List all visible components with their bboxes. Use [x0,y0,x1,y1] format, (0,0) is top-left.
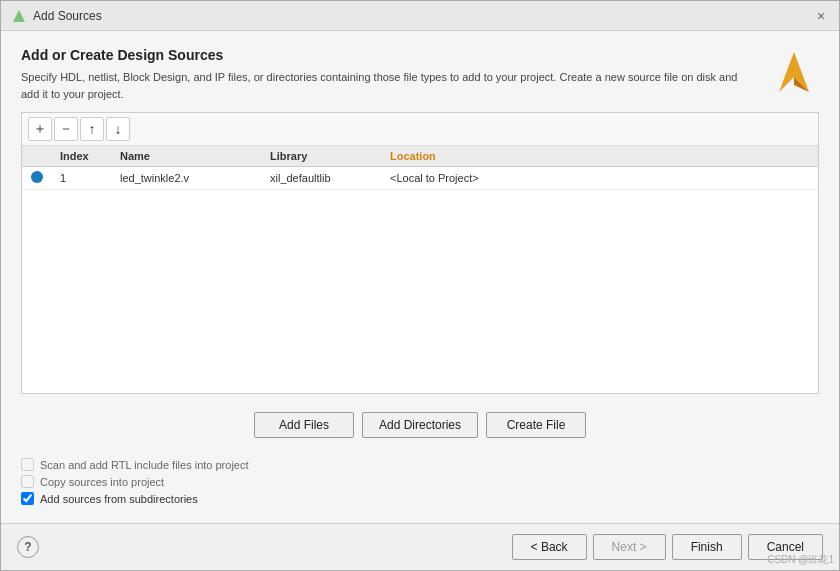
add-directories-label: Add Directories [379,418,461,432]
add-subdirs-checkbox[interactable] [21,492,34,505]
finish-label: Finish [691,540,723,554]
col-library: Library [262,146,382,167]
add-icon: ＋ [33,120,47,138]
back-button[interactable]: < Back [512,534,587,560]
close-button[interactable]: × [813,8,829,24]
move-up-button[interactable]: ↑ [80,117,104,141]
title-bar-left: Add Sources [11,8,102,24]
action-buttons-row: Add Files Add Directories Create File [21,404,819,446]
help-icon: ? [24,540,31,554]
file-table-container: Index Name Library Location 1led_twinkle… [22,146,818,393]
down-icon: ↓ [115,121,122,137]
add-files-button[interactable]: Add Files [254,412,354,438]
back-label: < Back [531,540,568,554]
header-section: Add or Create Design Sources Specify HDL… [21,47,819,102]
move-down-button[interactable]: ↓ [106,117,130,141]
svg-marker-1 [779,52,809,92]
cancel-label: Cancel [767,540,804,554]
up-icon: ↑ [89,121,96,137]
copy-sources-checkbox[interactable] [21,475,34,488]
scan-rtl-label: Scan and add RTL include files into proj… [40,459,249,471]
window-title: Add Sources [33,9,102,23]
create-file-label: Create File [507,418,566,432]
table-body: 1led_twinkle2.vxil_defaultlib<Local to P… [22,167,818,190]
row-indicator-cell [22,167,52,190]
row-indicator-dot [31,171,43,183]
dialog-title: Add or Create Design Sources [21,47,769,63]
next-button[interactable]: Next > [593,534,666,560]
table-toolbar: ＋ － ↑ ↓ [22,113,818,146]
col-indicator [22,146,52,167]
next-label: Next > [612,540,647,554]
app-icon [11,8,27,24]
table-row[interactable]: 1led_twinkle2.vxil_defaultlib<Local to P… [22,167,818,190]
table-header-row: Index Name Library Location [22,146,818,167]
remove-source-button[interactable]: － [54,117,78,141]
vivado-logo [769,47,819,97]
finish-button[interactable]: Finish [672,534,742,560]
dialog-description: Specify HDL, netlist, Block Design, and … [21,69,741,102]
scan-rtl-option[interactable]: Scan and add RTL include files into proj… [21,458,819,471]
add-subdirs-label: Add sources from subdirectories [40,493,198,505]
col-location: Location [382,146,818,167]
row-location: <Local to Project> [382,167,818,190]
add-source-button[interactable]: ＋ [28,117,52,141]
copy-sources-option[interactable]: Copy sources into project [21,475,819,488]
main-window: Add Sources × Add or Create Design Sourc… [0,0,840,571]
row-name: led_twinkle2.v [112,167,262,190]
row-library: xil_defaultlib [262,167,382,190]
options-checkboxes: Scan and add RTL include files into proj… [21,456,819,507]
add-directories-button[interactable]: Add Directories [362,412,478,438]
watermark: CSDN @班花1 [767,553,834,567]
file-table-section: ＋ － ↑ ↓ Index [21,112,819,394]
col-index: Index [52,146,112,167]
copy-sources-label: Copy sources into project [40,476,164,488]
col-name: Name [112,146,262,167]
scan-rtl-checkbox[interactable] [21,458,34,471]
svg-marker-0 [13,10,25,22]
footer-left: ? [17,536,39,558]
add-subdirs-option[interactable]: Add sources from subdirectories [21,492,819,505]
minus-icon: － [59,120,73,138]
file-table: Index Name Library Location 1led_twinkle… [22,146,818,190]
create-file-button[interactable]: Create File [486,412,586,438]
main-content: Add or Create Design Sources Specify HDL… [1,31,839,523]
help-button[interactable]: ? [17,536,39,558]
header-text: Add or Create Design Sources Specify HDL… [21,47,769,102]
title-bar: Add Sources × [1,1,839,31]
add-files-label: Add Files [279,418,329,432]
row-index: 1 [52,167,112,190]
dialog-footer: ? < Back Next > Finish Cancel [1,523,839,570]
